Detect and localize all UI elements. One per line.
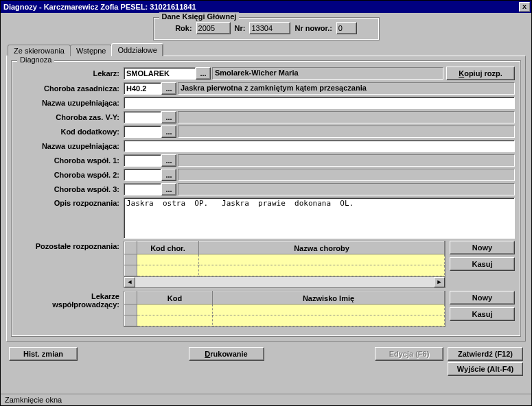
lekarz-nazwa: Smolarek-Wicher Maria: [212, 67, 443, 80]
chw1-label: Choroba współ. 1:: [17, 156, 124, 165]
tabs: Ze skierowania Wstępne Oddziałowe: [8, 45, 526, 56]
chw3-label: Choroba współ. 3:: [17, 185, 124, 193]
kodd-kod-input[interactable]: [124, 126, 161, 138]
pozostale-grid[interactable]: Kod chor. Nazwa choroby ◄ ►: [124, 241, 446, 288]
tab-panel: Diagnoza Lekarz: ... Smolarek-Wicher Mar…: [6, 56, 526, 342]
diagnoza-fieldset: Diagnoza Lekarz: ... Smolarek-Wicher Mar…: [11, 60, 521, 337]
drukowanie-button[interactable]: Drukowanie: [189, 347, 264, 361]
nazwau1-label: Nazwa uzupełniająca:: [17, 99, 124, 107]
dane-ksiegi-fieldset: Dane Księgi Głównej Rok: Nr: Nr nowor.:: [153, 17, 380, 40]
diagnoza-legend: Diagnoza: [17, 56, 54, 64]
lekarze-grid[interactable]: Kod Nazwisko Imię: [124, 291, 446, 327]
tab-oddzialowe[interactable]: Oddziałowe: [111, 43, 163, 56]
chz-lookup-button[interactable]: ...: [161, 82, 176, 95]
nrnowor-input[interactable]: [336, 22, 357, 34]
chvy-label: Choroba zas. V-Y:: [17, 113, 124, 121]
nr-input[interactable]: [249, 22, 290, 34]
hist-zmian-button[interactable]: Hist. zmian: [9, 347, 78, 361]
chz-kod-input[interactable]: [124, 82, 161, 95]
window: Diagnozy - Karczmarewicz Zofia PESEL: 31…: [0, 0, 532, 406]
nrnowor-label: Nr nowor.:: [294, 24, 332, 32]
titlebar: Diagnozy - Karczmarewicz Zofia PESEL: 31…: [1, 1, 531, 13]
pozostale-kasuj-button[interactable]: Kasuj: [450, 257, 515, 271]
lekarzewsp-label1: Lekarze: [91, 292, 119, 300]
rok-input[interactable]: [196, 22, 231, 34]
tab-wstepne[interactable]: Wstępne: [70, 45, 112, 56]
g2-col-kod: Kod: [137, 292, 213, 304]
pozostale-nowy-button[interactable]: Nowy: [450, 241, 515, 254]
chw2-nazwa: [178, 169, 515, 181]
chz-nazwa: Jaskra pierwotna z zamkniętym kątem prze…: [178, 82, 515, 95]
hscroll[interactable]: ◄ ►: [124, 276, 445, 287]
edycja-button: Edycja (F6): [375, 347, 443, 361]
status-text: Zamknięcie okna: [5, 396, 62, 404]
kodd-nazwa: [178, 126, 515, 138]
lekarz-label: Lekarz:: [17, 69, 124, 77]
opis-label: Opis rozpoznania:: [17, 198, 124, 207]
g2-col-nazwisko: Nazwisko Imię: [213, 292, 445, 304]
zatwierdz-button[interactable]: Zatwierdź (F12): [448, 347, 523, 361]
chw3-nazwa: [178, 183, 515, 195]
lekarze-kasuj-button[interactable]: Kasuj: [450, 307, 515, 321]
lekarz-lookup-button[interactable]: ...: [196, 67, 211, 80]
chw3-lookup-button[interactable]: ...: [161, 183, 176, 195]
nr-label: Nr:: [235, 24, 246, 32]
chw2-label: Choroba współ. 2:: [17, 171, 124, 179]
lekarz-kod-input[interactable]: [124, 67, 196, 80]
chw3-kod-input[interactable]: [124, 183, 161, 195]
opis-textarea[interactable]: Jaskra ostra OP. Jaskra prawie dokonana …: [124, 198, 515, 239]
chw1-kod-input[interactable]: [124, 154, 161, 167]
chz-label: Choroba zasadnicza:: [17, 84, 124, 93]
nazwau1-input[interactable]: [124, 97, 515, 109]
chw2-lookup-button[interactable]: ...: [161, 169, 176, 181]
bottom-toolbar: Hist. zmian Drukowanie Edycja (F6) Zatwi…: [6, 342, 526, 362]
chw2-kod-input[interactable]: [124, 169, 161, 181]
kopiuj-rozp-button[interactable]: Kopiuj rozp.: [446, 67, 515, 80]
scroll-right-icon[interactable]: ►: [434, 277, 445, 287]
close-icon[interactable]: X: [519, 2, 530, 12]
g1-col-nazwa: Nazwa choroby: [199, 242, 445, 254]
chvy-kod-input[interactable]: [124, 111, 161, 123]
pozostale-label: Pozostałe rozpoznania:: [17, 241, 124, 250]
chw1-lookup-button[interactable]: ...: [161, 154, 176, 167]
g1-col-kod: Kod chor.: [137, 242, 199, 254]
nazwau2-input[interactable]: [124, 140, 515, 152]
scroll-left-icon[interactable]: ◄: [124, 277, 135, 287]
nazwau2-label: Nazwa uzupełniająca:: [17, 142, 124, 150]
window-title: Diagnozy - Karczmarewicz Zofia PESEL: 31…: [3, 3, 519, 11]
lekarze-nowy-button[interactable]: Nowy: [450, 291, 515, 304]
kodd-label: Kod dodatkowy:: [17, 128, 124, 136]
chw1-nazwa: [178, 154, 515, 167]
wyjscie-button[interactable]: Wyjście (Alt-F4): [448, 362, 523, 376]
kodd-lookup-button[interactable]: ...: [161, 126, 176, 138]
tab-ze-skierowania[interactable]: Ze skierowania: [8, 45, 71, 56]
dane-legend: Dane Księgi Głównej: [159, 12, 240, 21]
chvy-lookup-button[interactable]: ...: [161, 111, 176, 123]
statusbar: Zamknięcie okna: [1, 394, 531, 405]
lekarzewsp-label2: współprowadzący:: [52, 300, 119, 309]
rok-label: Rok:: [175, 24, 192, 32]
chvy-nazwa: [178, 111, 515, 123]
